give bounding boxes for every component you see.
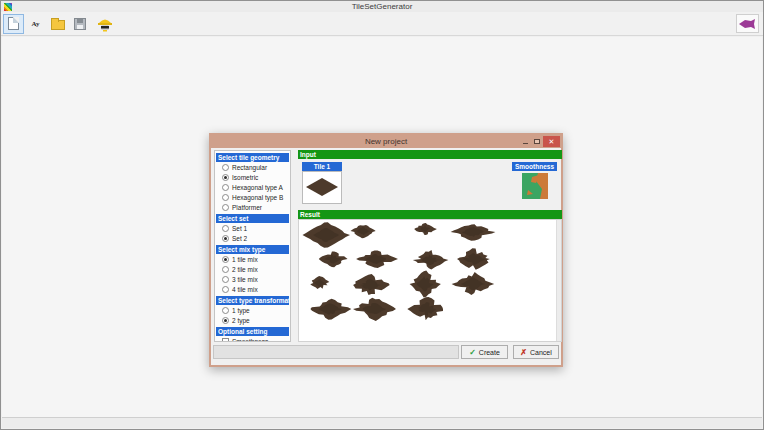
radio-icon[interactable] <box>222 174 229 181</box>
x-icon: ✗ <box>520 348 527 357</box>
result-tiles-image <box>299 220 561 341</box>
new-document-icon <box>8 17 19 30</box>
cancel-button[interactable]: ✗ Cancel <box>513 345 559 359</box>
text-export-button[interactable]: Ay <box>25 14 46 34</box>
radio-label: 1 type <box>232 307 250 314</box>
check-icon: ✓ <box>469 348 476 357</box>
progress-bar <box>213 345 459 359</box>
cancel-button-label: Cancel <box>530 349 552 356</box>
radio-1-type[interactable]: 1 type <box>215 305 290 315</box>
radio-icon[interactable] <box>222 266 229 273</box>
checkbox-smoothness[interactable]: Smoothness <box>215 336 290 342</box>
dialog-titlebar[interactable]: New project ✕ <box>211 135 561 148</box>
group-header-select-type-transformation: Select type transformation <box>216 296 289 305</box>
checkbox-label: Smoothness <box>232 338 268 343</box>
fish-tool-button[interactable] <box>736 14 759 33</box>
options-panel: Select tile geometryRectangularIsometric… <box>214 150 291 342</box>
radio-isometric[interactable]: Isometric <box>215 172 290 182</box>
smoothness-image <box>522 173 548 199</box>
skull-icon <box>97 16 113 32</box>
radio-icon[interactable] <box>222 286 229 293</box>
radio-3-tile-mix[interactable]: 3 tile mix <box>215 274 290 284</box>
radio-hexagonal-type-b[interactable]: Hexagonal type B <box>215 192 290 202</box>
radio-label: Set 2 <box>232 235 247 242</box>
radio-set-1[interactable]: Set 1 <box>215 223 290 233</box>
dialog-title: New project <box>211 137 561 146</box>
create-button-label: Create <box>479 349 500 356</box>
radio-set-2[interactable]: Set 2 <box>215 233 290 243</box>
radio-icon[interactable] <box>222 194 229 201</box>
smoothness-preview[interactable] <box>522 173 548 199</box>
client-area: New project ✕ Select tile geometryRectan… <box>2 37 762 417</box>
main-window: TileSetGenerator Ay <box>0 0 764 430</box>
radio-label: Platformer <box>232 204 262 211</box>
open-button[interactable] <box>47 14 68 34</box>
radio-label: Hexagonal type B <box>232 194 283 201</box>
radio-icon[interactable] <box>222 307 229 314</box>
dialog-close-button[interactable]: ✕ <box>543 136 560 147</box>
radio-label: 2 tile mix <box>232 266 258 273</box>
radio-label: 4 tile mix <box>232 286 258 293</box>
tile1-label: Tile 1 <box>302 162 342 171</box>
new-project-dialog: New project ✕ Select tile geometryRectan… <box>209 133 563 367</box>
fish-icon <box>739 19 756 29</box>
group-header-select-tile-geometry: Select tile geometry <box>216 153 289 162</box>
status-bar <box>2 417 762 428</box>
input-section-header: Input <box>298 150 562 159</box>
radio-icon[interactable] <box>222 184 229 191</box>
radio-2-tile-mix[interactable]: 2 tile mix <box>215 264 290 274</box>
radio-4-tile-mix[interactable]: 4 tile mix <box>215 284 290 294</box>
window-title: TileSetGenerator <box>352 1 413 12</box>
result-section-header: Result <box>298 210 562 219</box>
radio-label: Hexagonal type A <box>232 184 283 191</box>
dialog-content: Select tile geometryRectangularIsometric… <box>211 148 561 365</box>
result-scrollbar[interactable] <box>556 220 561 341</box>
smoothness-label: Smoothness <box>512 162 557 171</box>
tile1-preview[interactable] <box>302 171 342 204</box>
radio-label: Set 1 <box>232 225 247 232</box>
tile1-image <box>303 172 341 203</box>
main-toolbar: Ay <box>1 12 763 36</box>
radio-label: 2 type <box>232 317 250 324</box>
radio-icon[interactable] <box>222 317 229 324</box>
checkbox-icon[interactable] <box>222 338 229 343</box>
radio-platformer[interactable]: Platformer <box>215 202 290 212</box>
radio-rectangular[interactable]: Rectangular <box>215 162 290 172</box>
radio-icon[interactable] <box>222 164 229 171</box>
radio-icon[interactable] <box>222 225 229 232</box>
maximize-icon <box>534 139 540 144</box>
main-titlebar: TileSetGenerator <box>1 1 763 12</box>
dialog-maximize-button[interactable] <box>531 137 543 147</box>
dialog-minimize-button[interactable] <box>519 137 531 147</box>
save-button[interactable] <box>69 14 90 34</box>
preview-panel: Input Tile 1 Smoothness <box>298 150 562 342</box>
save-icon <box>74 18 86 30</box>
radio-icon[interactable] <box>222 276 229 283</box>
radio-label: Rectangular <box>232 164 267 171</box>
app-icon <box>4 3 12 11</box>
radio-2-type[interactable]: 2 type <box>215 315 290 325</box>
new-project-button[interactable] <box>3 14 24 34</box>
radio-label: 1 tile mix <box>232 256 258 263</box>
minimize-icon <box>523 143 528 144</box>
create-button[interactable]: ✓ Create <box>461 345 508 359</box>
radio-icon[interactable] <box>222 204 229 211</box>
group-header-select-mix-type: Select mix type <box>216 245 289 254</box>
group-header-optional-setting: Optional setting <box>216 327 289 336</box>
radio-icon[interactable] <box>222 235 229 242</box>
radio-1-tile-mix[interactable]: 1 tile mix <box>215 254 290 264</box>
open-folder-icon <box>51 20 65 30</box>
generator-button[interactable] <box>94 14 115 34</box>
radio-icon[interactable] <box>222 256 229 263</box>
radio-label: Isometric <box>232 174 258 181</box>
group-header-select-set: Select set <box>216 214 289 223</box>
font-ay-icon: Ay <box>31 20 39 28</box>
result-area <box>298 219 562 342</box>
radio-hexagonal-type-a[interactable]: Hexagonal type A <box>215 182 290 192</box>
radio-label: 3 tile mix <box>232 276 258 283</box>
